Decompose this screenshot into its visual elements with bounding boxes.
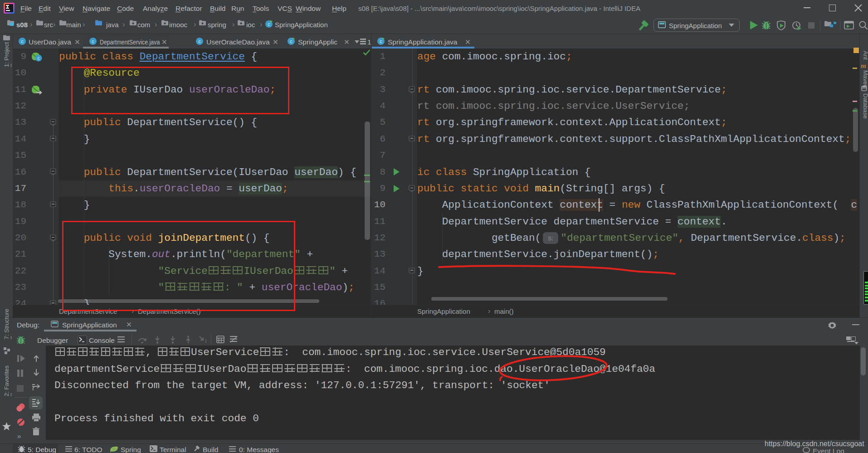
- svg-text:I: I: [205, 338, 207, 344]
- svg-text:c: c: [21, 39, 24, 44]
- svg-text:c: c: [198, 39, 201, 44]
- svg-text:c: c: [290, 39, 293, 44]
- svg-text:c: c: [92, 39, 94, 44]
- svg-text:c: c: [268, 21, 270, 27]
- svg-text:c: c: [380, 39, 382, 44]
- svg-text:c: c: [38, 56, 40, 61]
